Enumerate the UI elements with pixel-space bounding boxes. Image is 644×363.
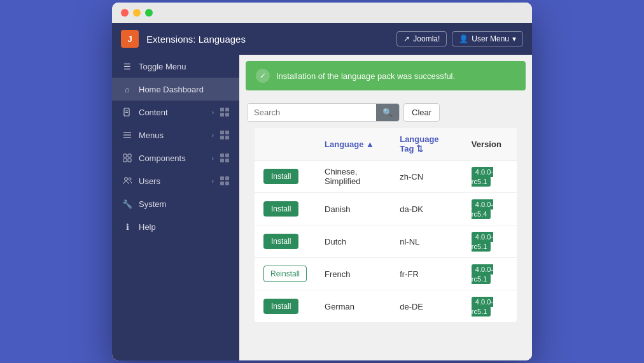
tag-cell: nl-NL xyxy=(391,225,463,258)
language-table: Language ▲ Language Tag ⇅ Version xyxy=(255,128,517,322)
search-input-wrap: 🔍 xyxy=(247,103,400,122)
tag-cell: de-DE xyxy=(391,290,463,323)
check-icon: ✓ xyxy=(256,69,270,83)
install-button-german[interactable]: Install xyxy=(263,299,298,314)
language-cell: French xyxy=(316,258,391,290)
table-row: Reinstall French fr-FR 4.0.0-rc5.1 xyxy=(255,258,517,290)
search-input[interactable] xyxy=(248,104,376,121)
action-cell: Install xyxy=(255,225,316,258)
minimize-dot[interactable] xyxy=(133,9,141,17)
info-icon: ℹ xyxy=(122,222,132,232)
grid-icon xyxy=(220,176,229,185)
sidebar-item-label: Components xyxy=(139,153,206,163)
reinstall-button-french[interactable]: Reinstall xyxy=(263,266,307,282)
sidebar: ☰ Toggle Menu ⌂ Home Dashboard xyxy=(112,55,239,360)
language-cell: Danish xyxy=(316,193,391,225)
sidebar-item-help[interactable]: ℹ Help xyxy=(112,215,239,238)
sidebar-item-toggle-menu[interactable]: ☰ Toggle Menu xyxy=(112,55,239,78)
column-version: Version xyxy=(463,128,517,160)
language-cell: Chinese, Simplified xyxy=(316,160,391,193)
column-action xyxy=(255,128,316,160)
table-row: Install Chinese, Simplified zh-CN 4.0.0-… xyxy=(255,160,517,193)
user-menu-button[interactable]: 👤 User Menu ▾ xyxy=(452,31,523,46)
language-cell: German xyxy=(316,290,391,323)
sidebar-item-components[interactable]: Components › xyxy=(112,146,239,169)
sidebar-item-label: Menus xyxy=(139,131,206,140)
table-header-row: Language ▲ Language Tag ⇅ Version xyxy=(255,128,517,160)
chevron-right-icon: › xyxy=(212,132,214,139)
version-cell: 4.0.0-rc5.4 xyxy=(463,193,517,225)
tag-cell: zh-CN xyxy=(391,160,463,193)
install-button-dutch[interactable]: Install xyxy=(263,234,298,249)
list-icon xyxy=(122,130,132,140)
table-row: Install Dutch nl-NL 4.0.0-rc5.1 xyxy=(255,225,517,258)
sidebar-item-label: Users xyxy=(139,176,206,186)
topbar-right: ↗ Joomla! 👤 User Menu ▾ xyxy=(396,31,523,46)
tag-cell: da-DK xyxy=(391,193,463,225)
version-cell: 4.0.0-rc5.1 xyxy=(463,160,517,193)
column-language[interactable]: Language ▲ xyxy=(316,128,391,160)
install-button-chinese[interactable]: Install xyxy=(263,169,298,184)
titlebar xyxy=(112,3,532,23)
grid-icon xyxy=(220,131,229,139)
column-language-tag[interactable]: Language Tag ⇅ xyxy=(391,128,463,160)
svg-point-10 xyxy=(124,178,127,181)
search-button[interactable]: 🔍 xyxy=(376,104,399,121)
wrench-icon: 🔧 xyxy=(122,199,132,209)
svg-rect-6 xyxy=(123,154,127,157)
sidebar-item-users[interactable]: Users › xyxy=(112,169,239,192)
action-cell: Install xyxy=(255,290,316,323)
users-icon xyxy=(122,176,132,186)
version-badge: 4.0.0-rc5.1 xyxy=(472,297,493,317)
file-icon xyxy=(122,107,132,117)
chevron-right-icon: › xyxy=(212,178,214,185)
action-cell: Reinstall xyxy=(255,258,316,290)
chevron-down-icon: ▾ xyxy=(512,34,516,43)
grid-icon xyxy=(220,153,229,162)
success-message: Installation of the language pack was su… xyxy=(276,71,455,81)
version-badge: 4.0.0-rc5.4 xyxy=(472,199,493,219)
table-row: Install Danish da-DK 4.0.0-rc5.4 xyxy=(255,193,517,225)
version-badge: 4.0.0-rc5.1 xyxy=(472,232,493,252)
success-banner: ✓ Installation of the language pack was … xyxy=(246,61,526,90)
install-button-danish[interactable]: Install xyxy=(263,201,298,217)
version-cell: 4.0.0-rc5.1 xyxy=(463,290,517,323)
version-cell: 4.0.0-rc5.1 xyxy=(463,258,517,290)
home-icon: ⌂ xyxy=(122,84,132,94)
search-area: 🔍 Clear xyxy=(239,97,532,128)
close-dot[interactable] xyxy=(121,9,129,17)
clear-button[interactable]: Clear xyxy=(403,103,440,122)
sidebar-item-system[interactable]: 🔧 System xyxy=(112,192,239,215)
action-cell: Install xyxy=(255,160,316,193)
sidebar-item-content[interactable]: Content › xyxy=(112,101,239,124)
table-container: Language ▲ Language Tag ⇅ Version xyxy=(239,128,532,330)
app-logo: J xyxy=(121,30,139,48)
language-cell: Dutch xyxy=(316,225,391,258)
chevron-right-icon: › xyxy=(212,155,214,162)
chevron-right-icon: › xyxy=(212,109,214,116)
grid-icon xyxy=(220,108,229,117)
puzzle-icon xyxy=(122,153,132,163)
svg-rect-9 xyxy=(128,159,131,162)
sidebar-item-label: Help xyxy=(139,222,229,232)
version-cell: 4.0.0-rc5.1 xyxy=(463,225,517,258)
sidebar-item-label: Toggle Menu xyxy=(139,62,229,71)
sidebar-item-home-dashboard[interactable]: ⌂ Home Dashboard xyxy=(112,78,239,101)
sidebar-item-menus[interactable]: Menus › xyxy=(112,124,239,146)
page-title: Extensions: Languages xyxy=(146,34,389,45)
maximize-dot[interactable] xyxy=(145,9,153,17)
table-row: Install German de-DE 4.0.0-rc5.1 xyxy=(255,290,517,323)
topbar: J Extensions: Languages ↗ Joomla! 👤 User… xyxy=(112,23,532,55)
content-area: ✓ Installation of the language pack was … xyxy=(239,55,532,360)
user-icon: 👤 xyxy=(459,34,468,43)
joomla-button[interactable]: ↗ Joomla! xyxy=(396,31,447,46)
tag-cell: fr-FR xyxy=(391,258,463,290)
sidebar-item-label: System xyxy=(139,199,229,209)
version-badge: 4.0.0-rc5.1 xyxy=(472,167,493,187)
svg-rect-7 xyxy=(128,154,131,157)
svg-rect-8 xyxy=(123,159,127,162)
external-link-icon: ↗ xyxy=(403,34,410,43)
search-icon: 🔍 xyxy=(382,108,393,117)
sidebar-item-label: Home Dashboard xyxy=(139,85,229,94)
svg-point-11 xyxy=(129,178,131,180)
